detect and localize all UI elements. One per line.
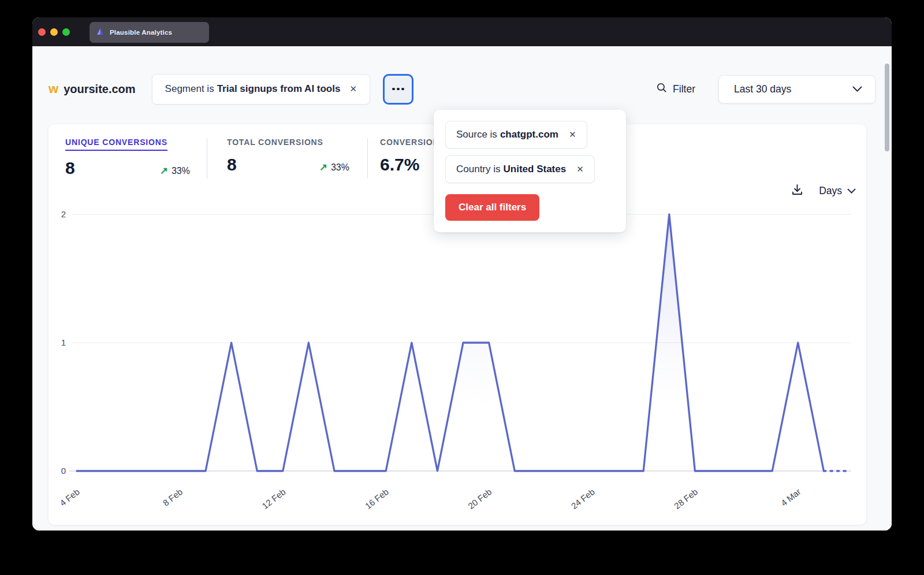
- download-export-icon[interactable]: [791, 183, 804, 199]
- segment-filter-prefix: Segment is: [165, 83, 214, 95]
- stat-value: 6.7%: [380, 155, 419, 175]
- titlebar: Plausible Analytics: [32, 17, 892, 46]
- svg-text:2: 2: [61, 209, 66, 219]
- svg-text:28 Feb: 28 Feb: [672, 487, 699, 511]
- segment-filter-value: Trial signups from AI tools: [217, 83, 341, 95]
- stat-label-unique-conversions[interactable]: UNIQUE CONVERSIONS: [65, 138, 167, 151]
- trend-up-arrow-icon: ↗: [319, 161, 327, 173]
- site-favicon: w: [49, 83, 58, 95]
- stat-value: 8: [65, 158, 75, 178]
- filter-value: chatgpt.com: [500, 129, 558, 140]
- filter-label: Filter: [673, 83, 695, 95]
- remove-source-filter-icon[interactable]: ✕: [569, 129, 576, 140]
- close-window-button[interactable]: [38, 28, 46, 36]
- dashboard: w yoursite.com Segment is Trial signups …: [32, 46, 892, 531]
- ellipsis-icon: [397, 88, 400, 91]
- date-range-dropdown[interactable]: Last 30 days: [718, 75, 875, 103]
- svg-text:0: 0: [61, 466, 66, 476]
- search-icon: [656, 82, 668, 97]
- filter-button[interactable]: Filter: [656, 82, 695, 97]
- svg-text:12 Feb: 12 Feb: [260, 487, 287, 511]
- zoom-window-button[interactable]: [62, 28, 70, 36]
- filters-popup: Source is chatgpt.com ✕ Country is Unite…: [434, 110, 626, 232]
- interval-value: Days: [819, 185, 842, 197]
- window-controls: [38, 28, 70, 36]
- conversions-line-chart: 0124 Feb8 Feb12 Feb16 Feb20 Feb24 Feb28 …: [49, 199, 866, 521]
- country-filter-pill[interactable]: Country is United States ✕: [445, 155, 595, 183]
- svg-text:16 Feb: 16 Feb: [363, 487, 390, 511]
- ellipsis-icon: [392, 88, 395, 91]
- svg-text:4 Mar: 4 Mar: [779, 487, 803, 508]
- filter-prefix: Source is: [456, 129, 497, 140]
- chevron-down-icon: [847, 185, 856, 197]
- plausible-favicon-icon: [96, 27, 105, 38]
- tab-title: Plausible Analytics: [110, 29, 172, 36]
- svg-text:1: 1: [61, 337, 66, 347]
- minimize-window-button[interactable]: [50, 28, 58, 36]
- stat-change-percent: 33%: [331, 162, 349, 173]
- svg-text:24 Feb: 24 Feb: [569, 487, 597, 511]
- stat-total-conversions: TOTAL CONVERSIONS 8 ↗ 33%: [227, 137, 349, 175]
- clear-all-filters-button[interactable]: Clear all filters: [445, 194, 539, 221]
- stat-change-percent: 33%: [172, 166, 190, 176]
- source-filter-pill[interactable]: Source is chatgpt.com ✕: [445, 121, 587, 149]
- trend-up-arrow-icon: ↗: [160, 165, 168, 177]
- stats-divider: [367, 138, 368, 179]
- stats-divider: [207, 138, 207, 179]
- filter-prefix: Country is: [456, 164, 501, 175]
- top-bar: w yoursite.com Segment is Trial signups …: [49, 73, 875, 105]
- site-name: yoursite.com: [64, 83, 135, 96]
- stat-unique-conversions: UNIQUE CONVERSIONS 8 ↗ 33%: [65, 137, 190, 178]
- segment-filter-pill[interactable]: Segment is Trial signups from AI tools ✕: [152, 74, 370, 105]
- filter-value: United States: [504, 164, 567, 175]
- interval-dropdown[interactable]: Days: [819, 185, 856, 197]
- stat-change: ↗ 33%: [319, 161, 349, 173]
- browser-tab[interactable]: Plausible Analytics: [90, 22, 209, 43]
- svg-text:4 Feb: 4 Feb: [58, 487, 81, 508]
- ellipsis-icon: [401, 88, 404, 91]
- more-filters-button[interactable]: [383, 74, 413, 105]
- chart-controls: Days: [791, 183, 856, 199]
- stat-label-total-conversions[interactable]: TOTAL CONVERSIONS: [227, 138, 323, 147]
- date-range-value: Last 30 days: [734, 83, 791, 95]
- remove-segment-filter-icon[interactable]: ✕: [349, 84, 357, 94]
- svg-text:8 Feb: 8 Feb: [161, 487, 185, 508]
- remove-country-filter-icon[interactable]: ✕: [576, 164, 584, 175]
- stat-change: ↗ 33%: [160, 165, 190, 177]
- browser-window: Plausible Analytics w yoursite.com Segme…: [32, 17, 892, 531]
- scrollbar-thumb[interactable]: [885, 64, 889, 151]
- chevron-down-icon: [852, 83, 862, 95]
- stat-value: 8: [227, 155, 237, 175]
- svg-text:20 Feb: 20 Feb: [466, 487, 493, 511]
